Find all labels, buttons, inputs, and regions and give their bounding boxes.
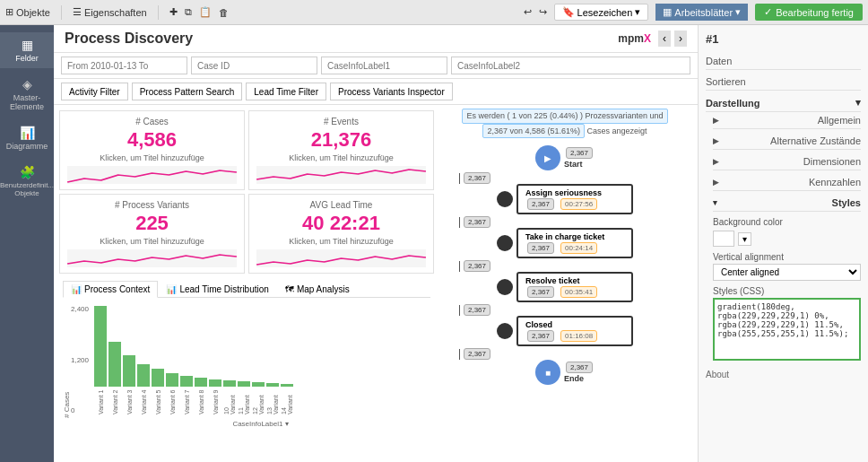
cases-click-hint[interactable]: Klicken, um Titel hinzuzufüge <box>67 153 237 162</box>
lead-time-btn[interactable]: Lead Time Filter <box>246 83 326 100</box>
flow-node-resolve: Resolve ticket 2,367 00:35:41 <box>447 272 683 302</box>
alternative-title[interactable]: ▶ Alternative Zustände <box>713 133 861 150</box>
toolbar-eigenschaften[interactable]: ☰ Eigenschaften <box>73 6 147 18</box>
bar-col: Variant 11 <box>238 381 250 414</box>
right-sub-kennzahlen: ▶ Kennzahlen <box>713 174 861 191</box>
tab-lead-time[interactable]: 📊 Lead Time Distribution <box>158 281 277 297</box>
styles-css-label: Styles (CSS) <box>713 286 861 296</box>
kennzahlen-title[interactable]: ▶ Kennzahlen <box>713 174 861 191</box>
bar-label: Variant 5 <box>155 388 161 414</box>
color-swatch[interactable] <box>713 231 734 247</box>
activity-filter-btn[interactable]: Activity Filter <box>61 83 128 100</box>
lead-chart-icon: 📊 <box>166 284 177 294</box>
dimensionen-arrow: ▶ <box>713 157 719 166</box>
bar[interactable] <box>152 369 164 387</box>
tab-process-context[interactable]: 📊 Process Context <box>63 281 158 298</box>
arbeitsblatter-button[interactable]: ▦ Arbeitsblätter ▾ <box>655 4 748 21</box>
ende-node-circle: ■ <box>535 360 560 385</box>
bar[interactable] <box>223 380 236 387</box>
process-variants-btn[interactable]: Process Variants Inspector <box>330 83 453 100</box>
styles-css-textarea[interactable]: gradient(180deg, rgba(229,229,229,1) 0%,… <box>713 298 861 361</box>
delete-icon: 🗑 <box>219 7 229 18</box>
dimensionen-title[interactable]: ▶ Dimensionen <box>713 153 861 170</box>
bar[interactable] <box>281 384 293 387</box>
grid-icon: ⊞ <box>5 6 13 18</box>
styles-title[interactable]: ▾ Styles <box>713 195 861 212</box>
mpmx-logo: mpmX <box>618 32 651 45</box>
bar-col: Variant 4 <box>137 364 150 414</box>
vert-align-select[interactable]: Center aligned <box>713 264 861 281</box>
color-dropdown-btn[interactable]: ▾ <box>738 232 751 246</box>
bar[interactable] <box>137 364 150 387</box>
bar[interactable] <box>108 342 121 387</box>
bar[interactable] <box>123 355 135 387</box>
styles-arrow: ▾ <box>713 198 717 207</box>
lead-time-label: Lead Time Distribution <box>179 284 269 294</box>
events-sparkline <box>256 166 426 184</box>
toolbar-copy[interactable]: ⧉ <box>185 6 192 18</box>
bar-col: Variant 1 <box>94 306 107 414</box>
sidebar-item-diagramme[interactable]: 📊 Diagramme <box>0 120 54 156</box>
process-pattern-btn[interactable]: Process Pattern Search <box>132 83 243 100</box>
events-click-hint[interactable]: Klicken, um Titel hinzuzufüge <box>256 153 426 162</box>
bar-col: Variant 2 <box>108 342 121 414</box>
bar[interactable] <box>94 306 107 387</box>
bar-col: Variant 6 <box>166 373 178 414</box>
x-axis-label: CaseInfoLabel1 ▾ <box>91 420 430 428</box>
cases-card: # Cases 4,586 Klicken, um Titel hinzuzuf… <box>59 110 245 190</box>
variants-sparkline <box>67 249 237 267</box>
sidebar-item-felder[interactable]: ▦ Felder <box>0 32 54 68</box>
bar[interactable] <box>238 381 250 387</box>
darstellung-section-title[interactable]: Darstellung ▾ <box>706 94 861 112</box>
case-id-input[interactable] <box>191 57 317 74</box>
bar[interactable] <box>166 373 178 387</box>
assign-time: 00:27:56 <box>560 198 597 210</box>
closed-circle <box>497 323 513 339</box>
y-axis-label: # Cases <box>63 301 71 418</box>
toolbar-paste[interactable]: 📋 <box>199 6 212 18</box>
bar-col: Variant 3 <box>123 355 135 414</box>
daten-section-title[interactable]: Daten <box>706 53 861 70</box>
bar[interactable] <box>195 378 207 387</box>
sidebar-item-benutzer[interactable]: 🧩 Benutzerdefinit...Objekte <box>0 160 54 203</box>
variants-click-hint[interactable]: Klicken, um Titel hinzuzufüge <box>67 237 237 246</box>
avg-lead-click-hint[interactable]: Klicken, um Titel hinzuzufüge <box>256 237 426 246</box>
events-value: 21,376 <box>256 128 426 152</box>
stats-grid: # Cases 4,586 Klicken, um Titel hinzuzuf… <box>59 110 434 274</box>
lesezeichen-button[interactable]: 🔖 Lesezeichen ▾ <box>554 4 649 21</box>
bar[interactable] <box>209 379 221 387</box>
bar-chart-scroll[interactable]: Variant 1Variant 2Variant 3Variant 4Vari… <box>91 301 430 428</box>
bar-label: Variant 7 <box>184 388 190 414</box>
takeincharge-circle <box>497 235 513 251</box>
resolve-circle <box>497 279 513 295</box>
flow-node-closed: Closed 2,367 01:16:08 <box>447 316 683 346</box>
assign-box: Assign seriousness 2,367 00:27:56 <box>516 184 633 214</box>
flow-connector-2: 2,367 <box>459 216 683 228</box>
date-filter-input[interactable] <box>61 57 187 74</box>
toolbar-undo[interactable]: ↩ <box>524 6 532 18</box>
avg-lead-sparkline <box>256 249 426 267</box>
allgemein-title[interactable]: ▶ Allgemein <box>713 112 861 129</box>
cases-label: # Cases <box>67 117 237 126</box>
pd-title: Process Discovery <box>65 31 618 47</box>
pd-nav-next[interactable]: › <box>674 31 687 47</box>
bar-col: Variant 12 <box>252 382 265 414</box>
takeincharge-label: Take in charge ticket <box>525 232 624 241</box>
tab-map-analysis[interactable]: 🗺 Map Analysis <box>277 281 358 297</box>
caseinfo2-input[interactable] <box>451 57 690 74</box>
bar[interactable] <box>252 382 265 387</box>
bar[interactable] <box>266 383 279 387</box>
caseinfo1-input[interactable] <box>321 57 447 74</box>
sidebar-item-master[interactable]: ◈ Master-Elemente <box>0 72 54 117</box>
toolbar-add[interactable]: ✚ <box>169 6 178 18</box>
bar[interactable] <box>180 376 193 387</box>
flow-info: Es werden ( 1 von 225 (0.44%) ) Prozessv… <box>447 109 683 138</box>
sortieren-section-title[interactable]: Sortieren <box>706 74 861 91</box>
toolbar-redo[interactable]: ↪ <box>539 6 547 18</box>
right-sub-allgemein: ▶ Allgemein <box>713 112 861 129</box>
toolbar-delete[interactable]: 🗑 <box>219 7 229 18</box>
toolbar-objekte[interactable]: ⊞ Objekte <box>5 6 50 18</box>
pd-nav-prev[interactable]: ‹ <box>658 31 671 47</box>
bearbeitung-button[interactable]: ✓ Bearbeitung fertig <box>755 4 863 21</box>
top-toolbar: ⊞ Objekte ☰ Eigenschaften ✚ ⧉ 📋 🗑 ↩ ↪ 🔖 … <box>0 0 868 25</box>
